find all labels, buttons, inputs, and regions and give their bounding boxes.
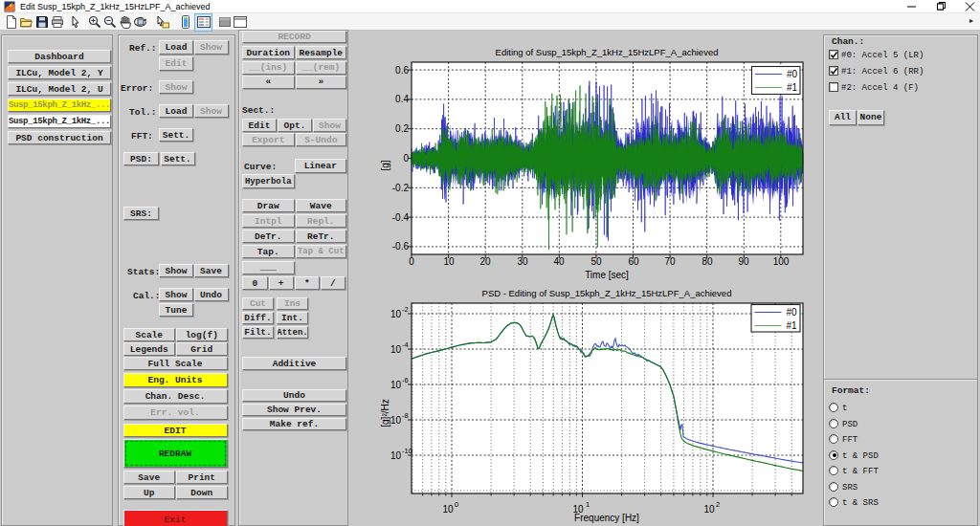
svg-text:10: 10 [390,450,402,461]
svg-text:-0.4: -0.4 [392,212,410,223]
svg-text:-0.2: -0.2 [392,183,410,193]
svg-text:2: 2 [716,500,720,509]
svg-text:-2: -2 [402,305,409,314]
svg-text:#1: #1 [787,82,798,93]
svg-text:30: 30 [517,256,528,267]
svg-text:0.2: 0.2 [395,123,409,134]
svg-text:100: 100 [773,256,790,267]
svg-text:0.6: 0.6 [395,65,409,76]
svg-text:[g]: [g] [380,160,390,170]
svg-text:0.4: 0.4 [395,94,409,104]
svg-text:0: 0 [409,256,414,267]
svg-text:60: 60 [628,256,639,267]
svg-text:10: 10 [443,256,455,267]
svg-text:80: 80 [702,256,713,267]
svg-text:#0: #0 [787,69,798,79]
svg-text:PSD - Editing of Susp_15kph_Z_: PSD - Editing of Susp_15kph_Z_1kHz_15HzL… [482,288,732,298]
svg-text:90: 90 [738,256,749,267]
svg-text:1: 1 [586,500,590,509]
svg-text:#0: #0 [787,307,798,318]
svg-text:40: 40 [553,256,565,267]
svg-text:-10: -10 [402,447,412,455]
svg-text:10: 10 [390,415,402,426]
svg-text:70: 70 [664,256,676,267]
svg-text:-6: -6 [402,376,409,384]
svg-text:10: 10 [442,504,454,515]
svg-text:-0.6: -0.6 [392,241,410,252]
svg-text:[g]²/Hz: [g]²/Hz [380,399,390,427]
svg-text:10: 10 [390,344,402,355]
svg-text:#1: #1 [787,320,798,331]
svg-text:10: 10 [390,380,402,390]
svg-text:10: 10 [703,504,715,515]
svg-text:-4: -4 [402,340,409,349]
svg-text:-8: -8 [402,411,409,420]
svg-text:50: 50 [590,256,602,267]
svg-text:10: 10 [390,309,402,319]
svg-text:Frequency [Hz]: Frequency [Hz] [574,513,639,523]
svg-text:20: 20 [479,256,491,267]
svg-text:Time [sec]: Time [sec] [585,270,629,280]
svg-text:0: 0 [455,500,458,509]
svg-text:Editing of Susp_15kph_Z_1kHz_1: Editing of Susp_15kph_Z_1kHz_15HzLPF_A_a… [496,47,719,57]
svg-text:0: 0 [403,153,409,164]
